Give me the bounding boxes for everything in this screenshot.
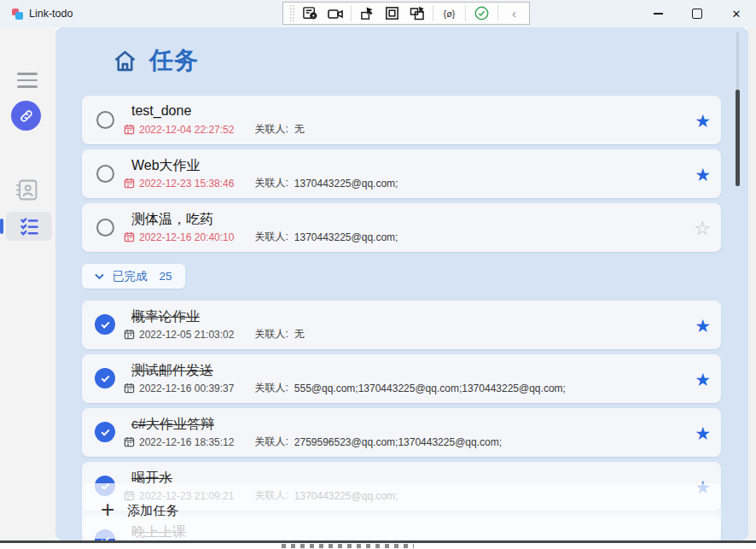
star-button[interactable]: ★	[695, 370, 711, 388]
task-title: Web大作业	[131, 157, 201, 175]
task-meta: 2022-12-04 22:27:52 关联人: 无	[124, 122, 305, 137]
sidebar-item-tasks[interactable]	[6, 212, 52, 241]
calendar-icon	[124, 178, 135, 189]
menu-button[interactable]	[17, 73, 38, 88]
scrollbar-track[interactable]	[736, 32, 739, 90]
home-icon[interactable]	[112, 48, 138, 74]
task-date: 2022-12-16 00:39:37	[139, 383, 234, 394]
sidebar	[0, 27, 55, 540]
linked-label: 关联人:	[254, 230, 288, 244]
minimize-icon	[654, 13, 663, 14]
task-checkbox[interactable]	[96, 219, 114, 237]
scrollbar-thumb[interactable]	[736, 90, 740, 186]
star-button[interactable]: ★	[695, 316, 711, 334]
contacts-book-icon	[15, 178, 39, 202]
minimize-button[interactable]	[638, 0, 677, 27]
task-meta: 2022-12-23 15:38:46 关联人: 1370443225@qq.c…	[124, 176, 398, 190]
hamburger-icon	[17, 73, 38, 75]
completed-count: 25	[160, 270, 172, 283]
window-select-button[interactable]	[383, 4, 401, 22]
linked-value: 2759596523@qq.com;1370443225@qq.com;	[294, 436, 502, 448]
calendar-icon	[124, 383, 135, 394]
linked-label: 关联人:	[254, 122, 288, 137]
star-button[interactable]: ★	[695, 165, 711, 183]
task-row[interactable]: 测体温，吃药 2022-12-16 20:40:10 关联人: 13704432…	[82, 203, 721, 252]
window-background-strip	[747, 27, 756, 540]
calendar-icon	[124, 436, 135, 447]
calendar-icon	[124, 329, 135, 340]
check-icon	[100, 319, 111, 330]
linked-label: 关联人:	[254, 176, 288, 190]
link-icon	[18, 108, 35, 125]
window-select-icon	[384, 5, 400, 21]
linked-label: 关联人:	[254, 327, 288, 342]
camcorder-button[interactable]	[326, 4, 344, 22]
task-checkbox[interactable]	[96, 111, 114, 129]
task-date: 2022-12-04 22:27:52	[139, 124, 234, 136]
completed-label: 已完成	[113, 269, 148, 284]
task-checkbox-checked[interactable]	[95, 368, 115, 388]
window-title: Link-todo	[29, 0, 73, 27]
sidebar-item-contacts[interactable]	[15, 178, 39, 202]
task-row[interactable]: test_done 2022-12-04 22:27:52 关联人: 无 ★	[82, 96, 721, 144]
confirm-button[interactable]	[473, 4, 491, 22]
record-settings-button[interactable]	[301, 4, 319, 22]
toolbar-separator	[351, 5, 352, 21]
task-title: 测体温，吃药	[131, 211, 213, 229]
task-row[interactable]: 概率论作业 2022-12-05 21:03:02 关联人: 无 ★	[82, 301, 721, 349]
task-date: 2022-12-16 20:40:10	[139, 231, 234, 243]
multi-window-icon	[409, 5, 426, 22]
calendar-icon	[124, 124, 135, 135]
record-settings-icon	[302, 5, 318, 21]
main-panel: 任务 test_done 2022-12-04 22:27:52 关联人: 无 …	[55, 27, 748, 540]
task-row[interactable]: 测试邮件发送 2022-12-16 00:39:37 关联人: 555@qq.c…	[82, 354, 721, 403]
task-checkbox[interactable]	[96, 165, 114, 183]
linked-label: 关联人:	[254, 381, 288, 395]
chevron-left-icon: ‹	[512, 4, 516, 22]
cursor-region-icon	[359, 5, 375, 21]
add-task-button[interactable]: + 添加任务	[82, 483, 721, 539]
task-row[interactable]: Web大作业 2022-12-23 15:38:46 关联人: 13704432…	[82, 149, 721, 198]
capture-toolbar: {ø} ‹	[282, 2, 530, 25]
app-logo-icon	[12, 8, 25, 20]
collapse-toolbar-button[interactable]: ‹	[505, 4, 523, 22]
region-select-button[interactable]	[358, 4, 376, 22]
toolbar-separator	[497, 5, 498, 21]
task-meta: 2022-12-05 21:03:02 关联人: 无	[124, 327, 305, 342]
drag-grip-icon[interactable]	[289, 4, 294, 22]
check-icon	[100, 427, 111, 438]
camcorder-icon	[327, 5, 344, 22]
toolbar-separator	[465, 5, 466, 21]
task-row[interactable]: c#大作业答辩 2022-12-16 18:35:12 关联人: 2759596…	[82, 408, 721, 457]
code-overlay-button[interactable]: {ø}	[440, 4, 458, 22]
multi-window-select-button[interactable]	[408, 4, 426, 22]
logo-blue-square	[15, 12, 23, 20]
code-braces-icon: {ø}	[443, 9, 455, 19]
chevron-down-icon	[95, 273, 104, 280]
linked-value: 1370443225@qq.com;	[294, 231, 398, 243]
maximize-button[interactable]	[677, 0, 717, 27]
task-title: 测试邮件发送	[131, 362, 213, 380]
task-meta: 2022-12-16 00:39:37 关联人: 555@qq.com;1370…	[124, 381, 566, 395]
background-text-marks	[282, 544, 414, 548]
linked-value: 555@qq.com;1370443225@qq.com;1370443225@…	[294, 383, 566, 394]
completed-section-toggle[interactable]: 已完成 25	[82, 264, 185, 289]
close-icon: ✕	[732, 8, 741, 20]
task-checkbox-checked[interactable]	[95, 422, 115, 442]
linked-value: 无	[294, 122, 305, 137]
task-meta: 2022-12-16 18:35:12 关联人: 2759596523@qq.c…	[124, 435, 502, 449]
background-window-sliver	[0, 543, 756, 549]
profile-avatar[interactable]	[11, 101, 41, 131]
task-meta: 2022-12-16 20:40:10 关联人: 1370443225@qq.c…	[124, 230, 398, 244]
title-bar[interactable]: Link-todo	[0, 0, 756, 27]
task-checkbox-checked[interactable]	[95, 314, 115, 335]
linked-value: 无	[294, 327, 305, 342]
task-date: 2022-12-23 15:38:46	[139, 178, 234, 190]
star-button[interactable]: ★	[695, 111, 711, 129]
linked-value: 1370443225@qq.com;	[294, 178, 398, 190]
star-button[interactable]: ★	[695, 423, 711, 441]
add-task-label: 添加任务	[127, 503, 178, 519]
close-button[interactable]: ✕	[717, 0, 756, 27]
calendar-icon	[124, 231, 135, 242]
star-button[interactable]: ☆	[694, 219, 711, 237]
